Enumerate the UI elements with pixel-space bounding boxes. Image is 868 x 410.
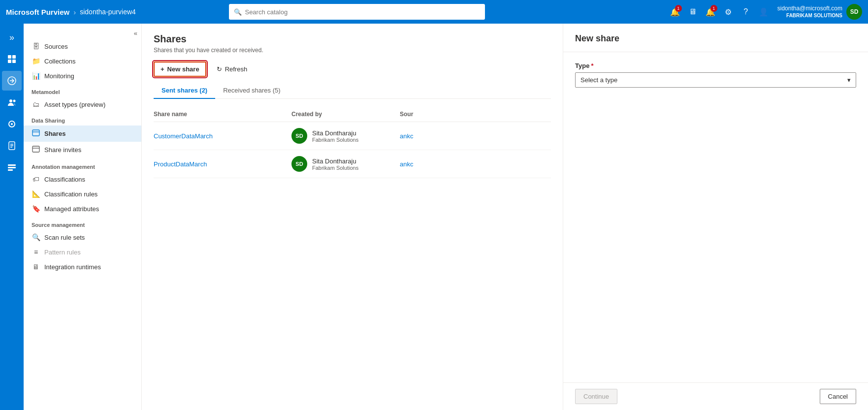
type-label: Type * — [575, 62, 856, 69]
shares-panel: Shares Shares that you have created or r… — [142, 24, 563, 410]
sidebar-item-asset-types[interactable]: 🗂 Asset types (preview) — [24, 97, 141, 112]
top-header: Microsoft Purview › sidontha-purview4 🔍 … — [0, 0, 868, 24]
section-annotation: Annotation management — [24, 158, 141, 172]
user-email: sidontha@microsoft.com — [777, 5, 842, 13]
sidebar-item-pattern-rules[interactable]: ≡ Pattern rules — [24, 245, 141, 259]
sidebar-label-scan-rule-sets: Scan rule sets — [44, 234, 85, 241]
user-name-2: Sita Dontharaju — [312, 158, 358, 165]
rail-management-btn[interactable] — [2, 158, 22, 177]
pattern-rules-icon: ≡ — [32, 248, 40, 256]
share-invites-icon — [32, 145, 40, 155]
sidebar-item-managed-attributes[interactable]: 🔖 Managed attributes — [24, 201, 141, 216]
sidebar-label-share-invites: Share invites — [44, 146, 81, 154]
svg-rect-12 — [32, 130, 39, 136]
created-by-2: SD Sita Dontharaju Fabrikam Solutions — [291, 156, 400, 172]
section-data-sharing: Data Sharing — [24, 112, 141, 126]
sidebar-item-sources[interactable]: 🗄 Sources — [24, 39, 141, 54]
user-avatar-header[interactable]: SD — [846, 4, 862, 20]
sidebar-item-share-invites[interactable]: Share invites — [24, 142, 141, 158]
col-header-source: Sour — [400, 111, 551, 118]
source-1[interactable]: ankc — [400, 132, 551, 140]
help-button[interactable]: ? — [738, 4, 754, 20]
continue-button[interactable]: Continue — [575, 389, 617, 404]
panel-title: Shares — [154, 33, 551, 45]
rail-users-btn[interactable] — [2, 93, 22, 112]
feedback-button[interactable]: 👤 — [756, 4, 772, 20]
shares-icon — [32, 129, 40, 138]
sidebar-item-classification-rules[interactable]: 📐 Classification rules — [24, 187, 141, 201]
sidebar-label-sources: Sources — [44, 43, 68, 50]
sidebar-item-shares[interactable]: Shares — [24, 126, 141, 142]
user-details-1: Sita Dontharaju Fabrikam Solutions — [312, 129, 358, 143]
svg-rect-14 — [32, 146, 39, 152]
brand: Microsoft Purview › sidontha-purview4 — [6, 8, 136, 16]
avatar-2: SD — [291, 156, 307, 172]
tab-received-shares[interactable]: Received shares (5) — [215, 83, 288, 99]
sidebar-label-classification-rules: Classification rules — [44, 190, 97, 198]
toolbar: + New share ↻ Refresh — [154, 62, 551, 77]
source-2[interactable]: ankc — [400, 160, 551, 168]
sidebar-item-scan-rule-sets[interactable]: 🔍 Scan rule sets — [24, 230, 141, 245]
notification-button-1[interactable]: 🔔 1 — [667, 4, 683, 20]
section-metamodel: Metamodel — [24, 83, 141, 97]
refresh-label: Refresh — [225, 65, 248, 73]
share-link-1[interactable]: CustomerDataMarch — [154, 132, 291, 140]
table-row: ProductDataMarch SD Sita Dontharaju Fabr… — [154, 150, 551, 178]
header-icons: 🔔 1 🖥 🔔 1 ⚙ ? 👤 sidontha@microsoft.com F… — [667, 4, 862, 20]
new-share-button[interactable]: + New share — [154, 62, 206, 77]
table-row: CustomerDataMarch SD Sita Dontharaju Fab… — [154, 122, 551, 150]
sidebar: « 🗄 Sources 📁 Collections 📊 Monitoring M… — [24, 24, 142, 410]
required-indicator: * — [591, 62, 593, 69]
sidebar-item-monitoring[interactable]: 📊 Monitoring — [24, 68, 141, 83]
svg-rect-10 — [8, 167, 16, 168]
svg-rect-3 — [12, 60, 16, 63]
notification-button-2[interactable]: 🔔 1 — [703, 4, 718, 20]
new-share-footer: Continue Cancel — [563, 382, 868, 410]
type-select[interactable]: Select a type ▾ — [575, 72, 856, 88]
refresh-icon: ↻ — [217, 65, 222, 73]
table-header: Share name Created by Sour — [154, 107, 551, 122]
sources-icon: 🗄 — [32, 42, 40, 50]
tab-sent-shares[interactable]: Sent shares (2) — [154, 83, 215, 99]
new-share-label: New share — [167, 65, 199, 73]
sidebar-label-collections: Collections — [44, 58, 76, 65]
sidebar-item-classifications[interactable]: 🏷 Classifications — [24, 172, 141, 187]
rail-policy-btn[interactable] — [2, 136, 22, 156]
user-info: sidontha@microsoft.com FABRIKAM SOLUTION… — [777, 4, 862, 20]
search-input[interactable] — [245, 8, 480, 16]
icon-rail: » — [0, 24, 24, 410]
refresh-button[interactable]: ↻ Refresh — [210, 62, 254, 76]
sidebar-item-collections[interactable]: 📁 Collections — [24, 54, 141, 68]
asset-types-icon: 🗂 — [32, 100, 40, 108]
search-bar[interactable]: 🔍 — [229, 4, 485, 20]
rail-share-btn[interactable] — [2, 71, 22, 91]
user-company: FABRIKAM SOLUTIONS — [777, 12, 842, 19]
app-switcher-button[interactable]: 🖥 — [685, 4, 701, 20]
notification-badge-1: 1 — [675, 5, 682, 12]
settings-button[interactable]: ⚙ — [720, 4, 736, 20]
sidebar-label-classifications: Classifications — [44, 176, 85, 183]
sidebar-label-managed-attributes: Managed attributes — [44, 205, 99, 213]
rail-insights-btn[interactable] — [2, 114, 22, 134]
integration-runtimes-icon: 🖥 — [32, 263, 40, 271]
share-link-2[interactable]: ProductDataMarch — [154, 160, 291, 168]
rail-home-btn[interactable] — [2, 49, 22, 69]
cancel-button[interactable]: Cancel — [820, 389, 856, 404]
new-share-panel: New share Type * Select a type ▾ Continu… — [563, 24, 868, 410]
user-company-1: Fabrikam Solutions — [312, 137, 358, 143]
user-company-2: Fabrikam Solutions — [312, 165, 358, 171]
instance-name: sidontha-purview4 — [80, 8, 136, 16]
svg-rect-0 — [8, 55, 11, 59]
col-header-share-name: Share name — [154, 111, 291, 118]
sidebar-collapse-button[interactable]: « — [24, 28, 141, 39]
sidebar-label-pattern-rules: Pattern rules — [44, 249, 81, 256]
sidebar-label-asset-types: Asset types (preview) — [44, 101, 105, 108]
rail-expand-btn[interactable]: » — [2, 28, 22, 47]
scan-rule-sets-icon: 🔍 — [32, 233, 40, 241]
search-icon: 🔍 — [234, 8, 242, 16]
new-share-body: Type * Select a type ▾ — [563, 52, 868, 382]
user-name-1: Sita Dontharaju — [312, 129, 358, 137]
sidebar-item-integration-runtimes[interactable]: 🖥 Integration runtimes — [24, 259, 141, 274]
chevron-down-icon: ▾ — [847, 76, 851, 84]
managed-attributes-icon: 🔖 — [32, 205, 40, 213]
